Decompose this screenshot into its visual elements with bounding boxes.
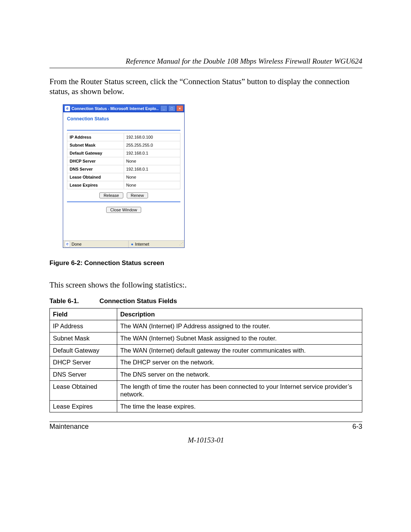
cell-field: Lease Expires: [50, 400, 117, 412]
ie-window-title: Connection Status - Microsoft Internet E…: [72, 106, 159, 111]
table-row: Default GatewayThe WAN (Internet) defaul…: [50, 344, 362, 356]
cell-field: DNS Server: [50, 368, 117, 380]
status-done-label: Done: [72, 242, 81, 246]
maximize-icon[interactable]: □: [168, 105, 175, 112]
page-footer: Maintenance 6-3: [49, 423, 362, 431]
header-divider: [49, 68, 362, 68]
renew-button[interactable]: Renew: [127, 192, 148, 198]
row-value: 255.255.255.0: [124, 141, 180, 149]
table-row: IP AddressThe WAN (Internet) IP Address …: [50, 320, 362, 332]
row-value: None: [124, 181, 180, 189]
button-row: Release Renew: [67, 189, 180, 202]
cell-description: The WAN (Internet) default gateway the r…: [117, 344, 362, 356]
table-row: DHCP ServerNone: [67, 157, 180, 165]
table-caption: Table 6-1.Connection Status Fields: [49, 297, 362, 305]
internet-zone-icon: ●: [131, 242, 134, 246]
cell-field: Default Gateway: [50, 344, 117, 356]
row-value: 192.168.0.1: [124, 165, 180, 173]
ie-status-bar: e Done ● Internet ⋰: [63, 240, 184, 248]
table-row: Lease ObtainedThe length of time the rou…: [50, 380, 362, 400]
table-row: IP Address192.168.0.100: [67, 133, 180, 141]
ie-titlebar: e Connection Status - Microsoft Internet…: [63, 105, 184, 112]
table-row: Lease ObtainedNone: [67, 173, 180, 181]
document-id: M-10153-01: [49, 436, 362, 444]
cell-field: Subnet Mask: [50, 332, 117, 345]
table-row: DHCP ServerThe DHCP server on the networ…: [50, 356, 362, 369]
row-label: DNS Server: [67, 165, 124, 173]
running-header: Reference Manual for the Double 108 Mbps…: [49, 57, 362, 66]
row-value: 192.168.0.100: [124, 133, 180, 141]
row-value: None: [124, 173, 180, 181]
row-label: Default Gateway: [67, 149, 124, 157]
divider-top: [67, 130, 180, 131]
table-row: Lease ExpiresNone: [67, 181, 180, 189]
connection-status-screenshot: e Connection Status - Microsoft Internet…: [63, 104, 362, 248]
minimize-icon[interactable]: _: [160, 105, 167, 112]
ie-page-icon: e: [65, 106, 70, 111]
row-label: Subnet Mask: [67, 141, 124, 149]
cell-description: The length of time the router has been c…: [117, 380, 362, 400]
table-row: Subnet MaskThe WAN (Internet) Subnet Mas…: [50, 332, 362, 345]
cell-description: The DNS server on the network.: [117, 368, 362, 380]
cell-description: The time the lease expires.: [117, 400, 362, 412]
table-row: DNS ServerThe DNS server on the network.: [50, 368, 362, 380]
row-value: 192.168.0.1: [124, 149, 180, 157]
close-icon[interactable]: ×: [176, 105, 183, 112]
ie-window: e Connection Status - Microsoft Internet…: [63, 104, 185, 248]
table-row: Default Gateway192.168.0.1: [67, 149, 180, 157]
cell-description: The WAN (Internet) Subnet Mask assigned …: [117, 332, 362, 345]
row-label: IP Address: [67, 133, 124, 141]
cell-description: The DHCP server on the network.: [117, 356, 362, 369]
table-row: DNS Server192.168.0.1: [67, 165, 180, 173]
row-label: DHCP Server: [67, 157, 124, 165]
footer-page-number: 6-3: [352, 423, 362, 431]
release-button[interactable]: Release: [99, 192, 123, 198]
footer-divider: [49, 422, 362, 422]
row-value: None: [124, 157, 180, 165]
footer-section: Maintenance: [49, 423, 89, 431]
row-label: Lease Obtained: [67, 173, 124, 181]
cell-description: The WAN (Internet) IP Address assigned t…: [117, 320, 362, 332]
cell-field: IP Address: [50, 320, 117, 332]
resize-grip-icon: ⋰: [178, 241, 184, 246]
table-caption-label: Table 6-1.: [49, 297, 79, 305]
status-zone-label: Internet: [135, 242, 149, 246]
table-row: Subnet Mask255.255.255.0: [67, 141, 180, 149]
cell-field: Lease Obtained: [50, 380, 117, 400]
document-icon: e: [65, 241, 70, 247]
connection-status-fields-table: Field Description IP AddressThe WAN (Int…: [49, 308, 362, 413]
intro-paragraph: From the Router Status screen, click the…: [49, 77, 362, 97]
cell-field: DHCP Server: [50, 356, 117, 369]
mid-paragraph: This screen shows the following statisti…: [49, 280, 362, 290]
table-caption-title: Connection Status Fields: [99, 297, 177, 305]
row-label: Lease Expires: [67, 181, 124, 189]
table-header-field: Field: [50, 308, 117, 320]
table-header-description: Description: [117, 308, 362, 320]
connection-status-table: IP Address192.168.0.100 Subnet Mask255.2…: [67, 133, 180, 189]
figure-caption: Figure 6-2: Connection Status screen: [49, 259, 362, 267]
close-window-button[interactable]: Close Window: [106, 207, 141, 213]
connection-status-heading: Connection Status: [67, 116, 180, 121]
table-row: Lease ExpiresThe time the lease expires.: [50, 400, 362, 412]
